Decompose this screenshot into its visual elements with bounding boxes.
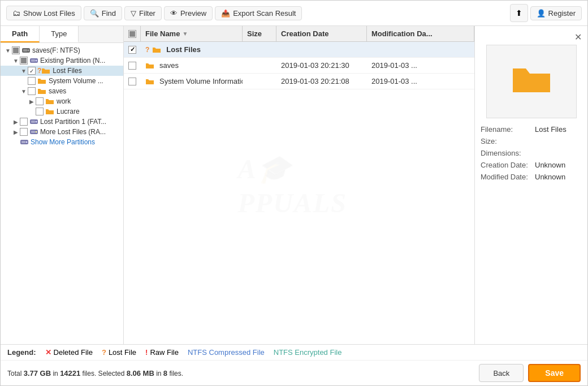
checkbox-row-2[interactable] [128,78,136,85]
meta-row-creation: Creation Date: Unknown [481,161,582,169]
expand-system-volume: ▶ [20,77,28,85]
register-button[interactable]: 👤 Register [530,6,582,20]
file-list-header: File Name ▼ Size Creation Date Modificat… [124,26,474,42]
tree-node-system-volume[interactable]: ▶ System Volume ... [1,76,123,86]
legend-ntfs-encrypted: NTFS Encrypted File [274,348,342,357]
tree-node-more-lost-files[interactable]: ▶ More Lost Files (RA... [1,127,123,137]
cell-checkbox-0[interactable]: ✓ [124,46,141,54]
preview-button[interactable]: 👁 Preview [164,6,213,20]
expand-more-partitions: ▶ [12,138,20,146]
tree-node-root[interactable]: ▼ saves(F: NTFS) [1,45,123,55]
preview-icon: 👁 [170,9,178,18]
tree-node-lucrare[interactable]: ▶ Lucrare [1,106,123,117]
tab-path-label: Path [12,29,28,38]
expand-lost-files[interactable]: ▼ [20,67,28,75]
expand-saves[interactable]: ▼ [20,87,28,95]
svg-point-13 [36,131,37,133]
col-header-size[interactable]: Size [243,26,276,41]
tree-node-existing-partition[interactable]: ▼ Existing Partition (N... [1,55,123,66]
ntfs-compressed-label: NTFS Compressed File [188,348,265,357]
find-icon: 🔍 [90,9,99,18]
header-checkbox[interactable] [124,26,141,41]
expand-work[interactable]: ▶ [28,97,36,105]
meta-row-modified: Modified Date: Unknown [481,173,582,181]
checkbox-row-1[interactable] [128,62,136,70]
expand-root[interactable]: ▼ [4,46,12,54]
hdd-icon-more-partitions [20,138,29,146]
hdd-icon-more-lost [29,128,38,136]
expand-lost-partition[interactable]: ▶ [12,118,20,126]
show-lost-files-button[interactable]: 🗂 Show Lost Files [6,6,81,20]
checkbox-work[interactable] [36,97,44,105]
preview-image [486,45,577,118]
save-button[interactable]: Save [528,364,581,382]
checkbox-lost-partition[interactable] [20,118,28,126]
legend-bar: Legend: ✕ Deleted File ? Lost File ! Raw… [1,345,587,361]
checkbox-more-lost-files[interactable] [20,128,28,136]
file-list-panel: File Name ▼ Size Creation Date Modificat… [124,26,474,344]
cell-checkbox-2[interactable] [124,78,141,85]
deleted-file-label: Deleted File [54,348,93,357]
legend-raw-file: ! Raw File [145,348,179,357]
hdd-icon-existing [29,57,38,65]
back-button[interactable]: Back [479,364,524,382]
checkbox-lost-files[interactable]: ✓ [28,67,36,75]
cell-modification-2: 2019-01-03 ... [367,77,474,85]
creation-date-label: Creation Date: [481,161,531,169]
tree-node-saves[interactable]: ▼ saves [1,86,123,96]
checkbox-saves[interactable] [28,87,36,95]
tree-node-show-more-partitions[interactable]: ▶ Show More Partitions [1,137,123,147]
export-icon: 📤 [221,9,230,18]
col-header-filename[interactable]: File Name ▼ [141,26,243,41]
checkbox-system-volume[interactable] [28,77,36,85]
tab-path[interactable]: Path [1,26,40,42]
action-buttons: Back Save [479,364,581,382]
file-row-saves[interactable]: saves 2019-01-03 20:21:30 2019-01-03 ... [124,58,474,74]
filename-label: Filename: [481,125,531,134]
register-label: Register [548,9,576,18]
cell-name-2: System Volume Information [141,77,243,85]
folder-icon-work [45,97,54,105]
preview-close-button[interactable]: ✕ [574,32,582,42]
filter-button[interactable]: ▽ Filter [124,6,162,20]
share-button[interactable]: ⬆ [510,4,528,22]
hdd-icon-root [21,46,31,54]
col-header-modification[interactable]: Modification Da... [367,26,474,41]
export-scan-result-button[interactable]: 📤 Export Scan Result [215,6,302,20]
system-volume-label: System Volume ... [49,77,103,85]
checkbox-root[interactable] [12,46,20,54]
tree-node-lost-files[interactable]: ▼ ✓ ? Lost Files [1,66,123,76]
cell-checkbox-1[interactable] [124,62,141,70]
expand-existing-partition[interactable]: ▼ [12,57,20,65]
tab-type[interactable]: Type [40,26,79,42]
svg-point-16 [26,141,28,143]
file-row-sysvolinfo[interactable]: System Volume Information 2019-01-03 20:… [124,74,474,89]
tree-node-lost-partition[interactable]: ▶ Lost Partition 1 (FAT... [1,117,123,127]
lost-file-icon: ? [102,348,106,357]
find-button[interactable]: 🔍 Find [84,6,122,20]
creation-date-value: Unknown [535,161,565,169]
work-label: work [57,97,71,105]
dimensions-label: Dimensions: [481,149,531,157]
tree-node-work[interactable]: ▶ work [1,96,123,106]
deleted-file-icon: ✕ [45,348,51,357]
checkbox-lucrare[interactable] [36,108,44,115]
checkbox-row-0[interactable]: ✓ [128,46,136,54]
expand-lucrare: ▶ [28,108,36,115]
folder-icon-system [37,77,46,85]
checkbox-existing-partition[interactable] [20,57,28,65]
preview-label: Preview [180,9,206,18]
cell-name-0: ? Lost Files [141,45,243,54]
file-row-lost-files[interactable]: ✓ ? Lost Files [124,42,474,58]
show-more-partitions-label[interactable]: Show More Partitions [31,138,95,146]
modified-date-value: Unknown [535,173,565,181]
expand-more-lost-files[interactable]: ▶ [12,128,20,136]
cell-creation-2: 2019-01-03 20:21:08 [276,77,367,85]
total-size: 3.77 GB [24,369,51,378]
more-lost-files-label: More Lost Files (RA... [40,128,106,136]
hdd-icon-lost-partition [29,118,38,126]
col-header-creation[interactable]: Creation Date [276,26,367,41]
legend-ntfs-compressed: NTFS Compressed File [188,348,265,357]
master-checkbox[interactable] [128,30,136,38]
toolbar-right: ⬆ 👤 Register [510,4,582,22]
